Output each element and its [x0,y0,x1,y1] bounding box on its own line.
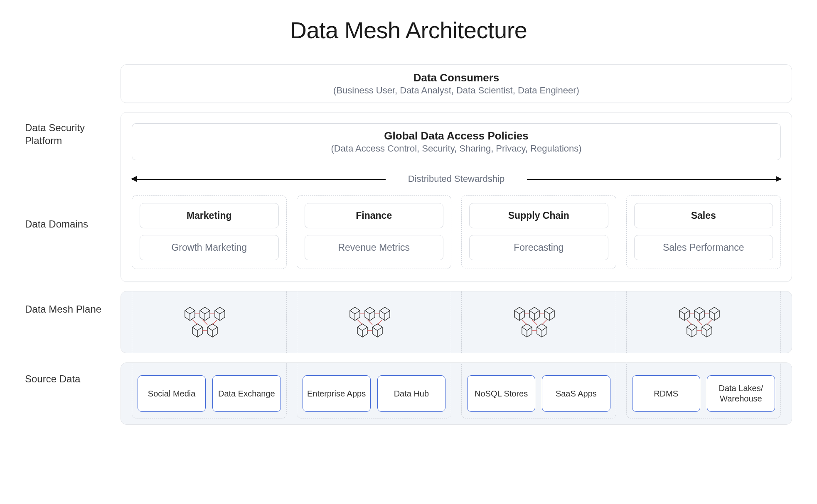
mesh-cell-marketing [132,305,287,340]
label-data-security-platform: Data Security Platform [25,113,121,155]
source-pair-sales: RDMS Data Lakes/ Warehouse [626,375,781,412]
domain-marketing-sub: Growth Marketing [140,235,279,260]
label-data-mesh-plane: Data Mesh Plane [25,279,121,340]
data-mesh-plane-row [121,291,792,353]
source-data-lakes-warehouse: Data Lakes/ Warehouse [707,375,775,412]
source-pair-finance: Enterprise Apps Data Hub [297,375,452,412]
domain-sales-title: Sales [634,203,773,228]
source-enterprise-apps: Enterprise Apps [303,375,371,412]
domain-finance-sub: Revenue Metrics [305,235,444,260]
source-pair-supply-chain: NoSQL Stores SaaS Apps [461,375,616,412]
mesh-cubes-icon [674,305,733,340]
distributed-stewardship-row: Distributed Stewardship [132,172,781,186]
mesh-cubes-icon [509,305,568,340]
stewardship-label: Distributed Stewardship [401,174,512,184]
mesh-cubes-icon [180,305,238,340]
mesh-cubes-icon [345,305,403,340]
source-data-exchange: Data Exchange [212,375,281,412]
domain-marketing-title: Marketing [140,203,279,228]
domain-supply-chain-title: Supply Chain [469,203,608,228]
source-rdms: RDMS [632,375,700,412]
domain-finance-title: Finance [305,203,444,228]
arrowhead-left-icon [131,176,137,182]
global-policies-heading: Global Data Access Policies [140,130,772,142]
domain-supply-chain: Supply Chain Forecasting [461,195,616,269]
domain-sales: Sales Sales Performance [626,195,781,269]
source-nosql-stores: NoSQL Stores [467,375,535,412]
security-platform-card: Global Data Access Policies (Data Access… [121,112,792,282]
source-social-media: Social Media [138,375,206,412]
source-data-row: Social Media Data Exchange Enterprise Ap… [121,362,792,425]
global-policies-sub: (Data Access Control, Security, Sharing,… [140,143,772,154]
label-source-data: Source Data [25,350,121,408]
source-saas-apps: SaaS Apps [542,375,610,412]
mesh-cell-sales [626,305,781,340]
data-domains-row: Marketing Growth Marketing Finance Reven… [132,195,781,269]
diagram-body: Data Consumers (Business User, Data Anal… [121,64,792,425]
source-data-hub: Data Hub [377,375,445,412]
domain-marketing: Marketing Growth Marketing [132,195,287,269]
global-policies-box: Global Data Access Policies (Data Access… [132,123,781,160]
diagram-title: Data Mesh Architecture [25,17,792,44]
domain-sales-sub: Sales Performance [634,235,773,260]
mesh-cell-supply-chain [461,305,616,340]
stewardship-arrow-right [527,179,781,180]
domain-finance: Finance Revenue Metrics [297,195,452,269]
source-pair-marketing: Social Media Data Exchange [132,375,287,412]
mesh-cell-finance [297,305,452,340]
label-data-domains: Data Domains [25,181,121,268]
arrowhead-right-icon [776,176,782,182]
data-consumers-box: Data Consumers (Business User, Data Anal… [121,64,792,103]
left-label-column: Data Security Platform Data Domains Data… [25,64,121,425]
data-consumers-sub: (Business User, Data Analyst, Data Scien… [131,85,782,96]
data-consumers-heading: Data Consumers [131,71,782,84]
diagram-layout: Data Security Platform Data Domains Data… [25,64,792,425]
stewardship-arrow-left [132,179,386,180]
domain-supply-chain-sub: Forecasting [469,235,608,260]
